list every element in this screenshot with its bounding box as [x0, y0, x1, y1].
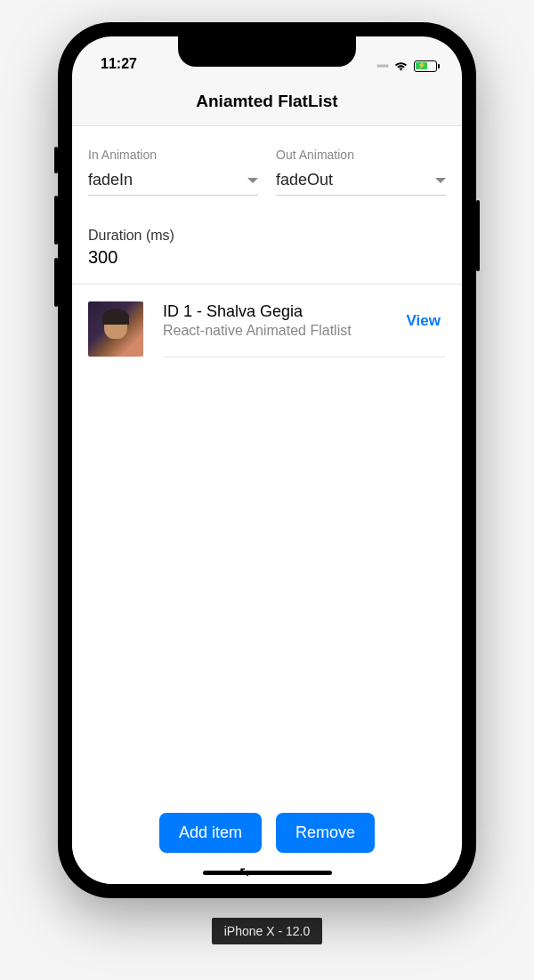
chevron-down-icon: [435, 178, 446, 183]
out-animation-select[interactable]: fadeOut: [276, 165, 446, 196]
list-area: ID 1 - Shalva Gegia React-native Animate…: [72, 284, 462, 374]
battery-fill: ⚡: [416, 62, 427, 70]
out-animation-value: fadeOut: [276, 171, 333, 189]
status-time: 11:27: [101, 56, 137, 72]
form-area: In Animation fadeIn Out Animation fadeOu…: [72, 126, 462, 268]
content: In Animation fadeIn Out Animation fadeOu…: [72, 126, 462, 884]
view-button[interactable]: View: [407, 312, 446, 330]
device-label: iPhone X - 12.0: [212, 918, 323, 944]
home-indicator[interactable]: ↖: [203, 871, 332, 875]
duration-label: Duration (ms): [88, 228, 446, 244]
out-animation-field: Out Animation fadeOut: [276, 148, 446, 196]
in-animation-label: In Animation: [88, 148, 258, 162]
list-item-subtitle: React-native Animated Flatlist: [163, 323, 352, 339]
avatar: [88, 301, 143, 357]
remove-button[interactable]: Remove: [276, 813, 375, 853]
out-animation-label: Out Animation: [276, 148, 446, 162]
volume-up-button[interactable]: [54, 196, 58, 245]
add-item-button[interactable]: Add item: [159, 813, 262, 853]
bottom-actions: Add item Remove: [72, 802, 462, 860]
side-buttons-right: [476, 200, 480, 293]
cursor-icon: ↖: [239, 864, 250, 880]
phone-screen: 11:27 •••• ⚡ Aniamted FlatList: [72, 36, 462, 884]
list-item-text: ID 1 - Shalva Gegia React-native Animate…: [163, 302, 352, 339]
side-buttons-left: [54, 147, 58, 320]
duration-value[interactable]: 300: [88, 247, 446, 268]
phone-frame: 11:27 •••• ⚡ Aniamted FlatList: [58, 22, 476, 898]
battery-icon: ⚡: [414, 60, 437, 72]
in-animation-field: In Animation fadeIn: [88, 148, 258, 196]
mute-switch[interactable]: [54, 147, 58, 173]
charging-bolt-icon: ⚡: [417, 62, 426, 69]
chevron-down-icon: [247, 178, 258, 183]
list-item-title: ID 1 - Shalva Gegia: [163, 302, 352, 321]
header: Aniamted FlatList: [72, 76, 462, 126]
status-right: •••• ⚡: [376, 60, 437, 72]
list-item[interactable]: ID 1 - Shalva Gegia React-native Animate…: [72, 285, 462, 374]
in-animation-value: fadeIn: [88, 171, 133, 189]
power-button[interactable]: [476, 200, 480, 271]
cellular-dots-icon: ••••: [376, 60, 388, 72]
list-item-body: ID 1 - Shalva Gegia React-native Animate…: [163, 301, 446, 357]
volume-down-button[interactable]: [54, 258, 58, 307]
selects-row: In Animation fadeIn Out Animation fadeOu…: [88, 148, 446, 196]
wifi-icon: [393, 60, 409, 71]
duration-field: Duration (ms) 300: [88, 228, 446, 268]
in-animation-select[interactable]: fadeIn: [88, 165, 258, 196]
page-title: Aniamted FlatList: [72, 92, 462, 111]
notch: [178, 36, 356, 67]
